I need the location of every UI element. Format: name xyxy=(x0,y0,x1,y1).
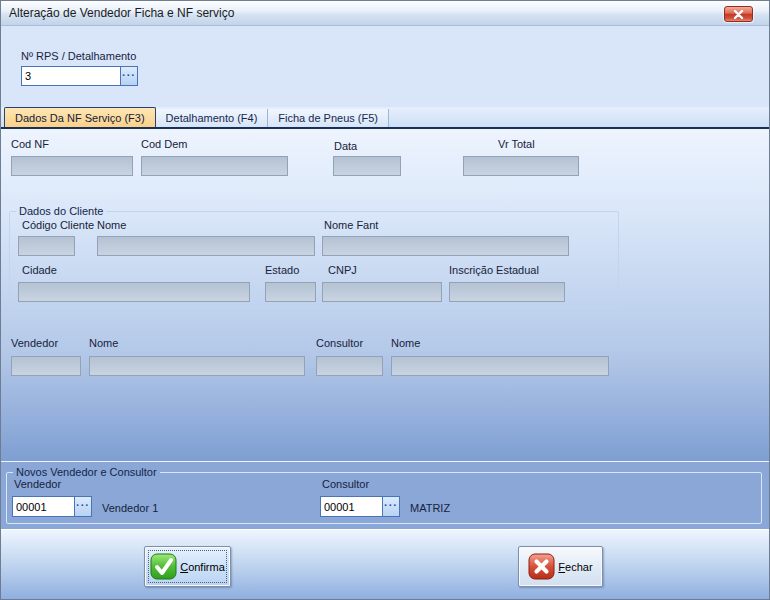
cnpj-label: CNPJ xyxy=(328,264,357,276)
cliente-nome-label: Nome xyxy=(97,219,126,231)
tab-label: Dados Da NF Serviço (F3) xyxy=(15,112,145,124)
tab-dados-nf-servico[interactable]: Dados Da NF Serviço (F3) xyxy=(4,107,156,127)
novos-strip: Novos Vendedor e Consultor Vendedor ··· … xyxy=(1,461,769,529)
novo-vendedor-nome: Vendedor 1 xyxy=(102,502,158,514)
novo-vendedor-input[interactable] xyxy=(13,497,74,516)
novos-group-title: Novos Vendedor e Consultor xyxy=(13,466,160,478)
ellipsis-icon: ··· xyxy=(76,499,90,511)
consultor-atual-label: Consultor xyxy=(316,337,363,349)
confirma-button[interactable]: Confirma xyxy=(144,546,231,587)
title-bar: Alteração de Vendedor Ficha e NF serviço xyxy=(1,1,769,26)
rps-combo: ··· xyxy=(21,66,138,86)
rps-label: Nº RPS / Detalhamento xyxy=(21,50,136,62)
fechar-label: Fechar xyxy=(558,561,592,573)
novo-consultor-input[interactable] xyxy=(321,497,382,516)
tab-label: Ficha de Pneus (F5) xyxy=(278,112,378,124)
cod-dem-field xyxy=(141,156,288,176)
data-field xyxy=(333,156,401,176)
codigo-cliente-field xyxy=(18,236,75,256)
novo-vendedor-label: Vendedor xyxy=(14,478,61,490)
rps-ellipsis-button[interactable]: ··· xyxy=(120,67,137,85)
main-panel: Cod NF Cod Dem Data Vr Total Dados do Cl… xyxy=(1,129,769,461)
confirma-label: Confirma xyxy=(180,561,225,573)
bottom-bar: Confirma Fechar xyxy=(1,529,769,600)
tab-label: Detalhamento (F4) xyxy=(166,112,258,124)
novos-vendedor-group: Novos Vendedor e Consultor Vendedor ··· … xyxy=(6,466,762,524)
novo-vendedor-combo: ··· xyxy=(12,496,92,517)
codigo-cliente-label: Código Cliente xyxy=(22,219,94,231)
green-check-icon xyxy=(150,553,177,580)
cidade-label: Cidade xyxy=(22,264,57,276)
consultor-atual-field xyxy=(316,356,383,376)
dialog-window: Alteração de Vendedor Ficha e NF serviço… xyxy=(0,0,770,600)
vr-total-label: Vr Total xyxy=(498,138,535,150)
dados-cliente-group: Dados do Cliente Código Cliente Nome Nom… xyxy=(9,205,619,309)
inscricao-label: Inscrição Estadual xyxy=(449,264,539,276)
vr-total-field xyxy=(463,156,579,176)
consultor-nome-atual-label: Nome xyxy=(391,337,420,349)
nome-fant-field xyxy=(322,236,569,256)
cliente-nome-field xyxy=(97,236,315,256)
red-x-icon xyxy=(528,553,555,580)
novo-consultor-nome: MATRIZ xyxy=(410,502,450,514)
novo-consultor-combo: ··· xyxy=(320,496,400,517)
novo-consultor-ellipsis-button[interactable]: ··· xyxy=(382,497,399,516)
cidade-field xyxy=(18,282,250,302)
vendedor-nome-atual-label: Nome xyxy=(89,337,118,349)
vendedor-nome-atual-field xyxy=(89,356,305,376)
cod-dem-label: Cod Dem xyxy=(141,138,187,150)
consultor-nome-atual-field xyxy=(391,356,609,376)
rps-input[interactable] xyxy=(22,67,120,85)
estado-field xyxy=(265,282,316,302)
tab-ficha-pneus[interactable]: Ficha de Pneus (F5) xyxy=(268,109,389,127)
dados-cliente-title: Dados do Cliente xyxy=(16,205,106,217)
rps-section: Nº RPS / Detalhamento ··· xyxy=(1,26,769,107)
novo-vendedor-ellipsis-button[interactable]: ··· xyxy=(74,497,91,516)
fechar-button[interactable]: Fechar xyxy=(518,546,603,587)
inscricao-field xyxy=(449,282,565,302)
window-title: Alteração de Vendedor Ficha e NF serviço xyxy=(9,1,234,25)
cod-nf-label: Cod NF xyxy=(11,138,49,150)
cnpj-field xyxy=(322,282,442,302)
cod-nf-field xyxy=(11,156,133,176)
close-button[interactable] xyxy=(724,6,753,22)
ellipsis-icon: ··· xyxy=(122,69,136,81)
ellipsis-icon: ··· xyxy=(384,499,398,511)
tab-strip: Dados Da NF Serviço (F3) Detalhamento (F… xyxy=(1,107,769,129)
novo-consultor-label: Consultor xyxy=(322,478,369,490)
nome-fant-label: Nome Fant xyxy=(324,219,378,231)
vendedor-atual-field xyxy=(11,356,81,376)
vendedor-atual-label: Vendedor xyxy=(11,337,58,349)
tab-detalhamento[interactable]: Detalhamento (F4) xyxy=(156,109,269,127)
close-icon xyxy=(733,10,744,19)
estado-label: Estado xyxy=(265,264,299,276)
data-label: Data xyxy=(334,140,357,152)
